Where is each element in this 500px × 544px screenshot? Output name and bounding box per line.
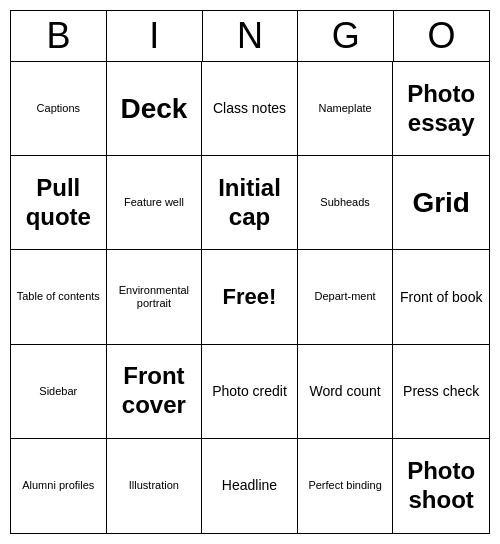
- cell-11: Environmental portrait: [107, 250, 203, 344]
- cell-23: Perfect binding: [298, 439, 394, 533]
- cell-9: Grid: [393, 156, 489, 250]
- cell-14: Front of book: [393, 250, 489, 344]
- cell-3: Nameplate: [298, 62, 394, 156]
- cell-15: Sidebar: [11, 345, 107, 439]
- cell-8: Subheads: [298, 156, 394, 250]
- cell-12: Free!: [202, 250, 298, 344]
- cell-5: Pull quote: [11, 156, 107, 250]
- cell-10: Table of contents: [11, 250, 107, 344]
- header-letter-o: O: [394, 11, 489, 61]
- bingo-card: BINGO CaptionsDeckClass notesNameplatePh…: [10, 10, 490, 534]
- cell-2: Class notes: [202, 62, 298, 156]
- cell-21: Illustration: [107, 439, 203, 533]
- cell-13: Depart-ment: [298, 250, 394, 344]
- header-letter-g: G: [298, 11, 394, 61]
- cell-22: Headline: [202, 439, 298, 533]
- cell-1: Deck: [107, 62, 203, 156]
- header-letter-b: B: [11, 11, 107, 61]
- cell-18: Word count: [298, 345, 394, 439]
- cell-17: Photo credit: [202, 345, 298, 439]
- cell-20: Alumni profiles: [11, 439, 107, 533]
- header-letter-i: I: [107, 11, 203, 61]
- cell-24: Photo shoot: [393, 439, 489, 533]
- cell-0: Captions: [11, 62, 107, 156]
- cell-4: Photo essay: [393, 62, 489, 156]
- cell-19: Press check: [393, 345, 489, 439]
- header-letter-n: N: [203, 11, 299, 61]
- bingo-header: BINGO: [10, 10, 490, 61]
- cell-16: Front cover: [107, 345, 203, 439]
- bingo-grid: CaptionsDeckClass notesNameplatePhoto es…: [10, 61, 490, 534]
- cell-7: Initial cap: [202, 156, 298, 250]
- cell-6: Feature well: [107, 156, 203, 250]
